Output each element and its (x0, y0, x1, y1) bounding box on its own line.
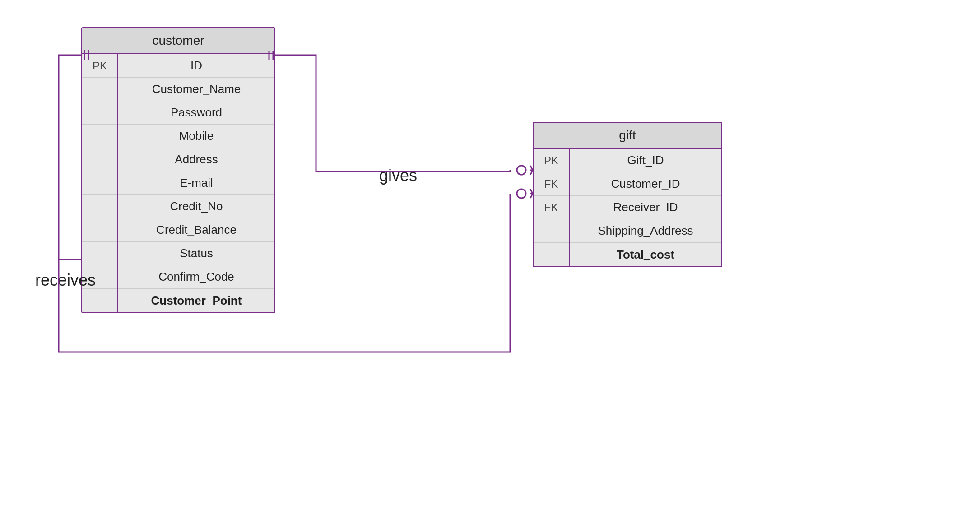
customer-field-creditno: Credit_No (118, 195, 274, 218)
connector-gives-path (275, 55, 510, 171)
gift-field-custid: Customer_ID (570, 172, 721, 196)
customer-pk-pass (82, 101, 117, 125)
gift-field-totalcost: Total_cost (570, 243, 721, 266)
gift-field-shipping: Shipping_Address (570, 219, 721, 243)
customer-pk-mobile (82, 125, 117, 148)
customer-pk-creditbal (82, 218, 117, 242)
customer-table-header: customer (82, 28, 274, 54)
gift-pk-col: PK FK FK (534, 149, 570, 266)
customer-pk-name (82, 78, 117, 101)
gift-fields-col: Gift_ID Customer_ID Receiver_ID Shipping… (570, 149, 721, 266)
customer-field-status: Status (118, 242, 274, 265)
gift-recvid-circle (517, 189, 526, 198)
customer-pk-creditno (82, 195, 117, 218)
gift-field-giftid: Gift_ID (570, 149, 721, 172)
customer-field-address: Address (118, 148, 274, 171)
customer-field-mobile: Mobile (118, 125, 274, 148)
customer-pk-address (82, 148, 117, 171)
gift-pk-shipping (534, 219, 569, 243)
customer-field-password: Password (118, 101, 274, 125)
diagram-canvas: customer PK ID Customer_Name Password Mo… (0, 0, 980, 514)
customer-field-id: ID (118, 54, 274, 78)
customer-pk-point (82, 289, 117, 312)
customer-field-creditbal: Credit_Balance (118, 218, 274, 242)
gift-pk-totalcost (534, 243, 569, 266)
customer-pk-status (82, 242, 117, 265)
receives-label: receives (35, 271, 96, 290)
customer-pk-id: PK (82, 54, 117, 78)
gift-custid-circle (517, 166, 526, 175)
customer-pk-email (82, 171, 117, 195)
gives-label: gives (379, 166, 417, 185)
customer-field-email: E-mail (118, 171, 274, 195)
customer-fields-col: ID Customer_Name Password Mobile Address… (118, 54, 274, 312)
gift-table-header: gift (534, 123, 721, 149)
customer-left-line (59, 55, 81, 259)
gift-pk-custid: FK (534, 172, 569, 196)
gift-table: gift PK FK FK Gift_ID Customer_ID Receiv… (533, 122, 722, 267)
gift-field-recvid: Receiver_ID (570, 196, 721, 219)
customer-field-point: Customer_Point (118, 289, 274, 312)
customer-field-name: Customer_Name (118, 78, 274, 101)
customer-field-confirm: Confirm_Code (118, 265, 274, 289)
gift-pk-recvid: FK (534, 196, 569, 219)
gift-pk-giftid: PK (534, 149, 569, 172)
customer-table-body: PK ID Customer_Name Password Mobile Addr… (82, 54, 274, 312)
gift-table-body: PK FK FK Gift_ID Customer_ID Receiver_ID… (534, 149, 721, 266)
customer-table: customer PK ID Customer_Name Password Mo… (81, 27, 275, 313)
